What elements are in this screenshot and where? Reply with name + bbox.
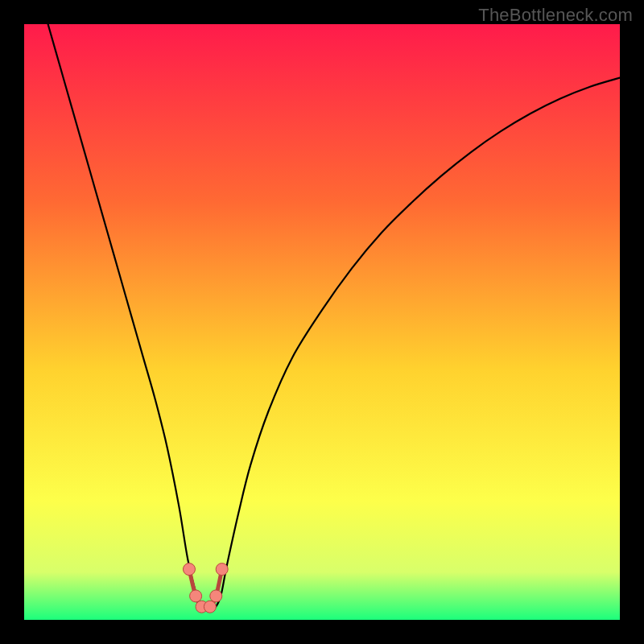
chart-frame: TheBottleneck.com <box>0 0 644 644</box>
highlight-marker <box>216 564 228 576</box>
highlight-marker <box>210 590 222 602</box>
highlight-marker <box>183 564 195 576</box>
chart-svg <box>24 24 620 620</box>
plot-area <box>24 24 620 620</box>
highlight-marker <box>204 601 216 613</box>
highlight-marker <box>190 590 202 602</box>
watermark-label: TheBottleneck.com <box>478 5 633 26</box>
